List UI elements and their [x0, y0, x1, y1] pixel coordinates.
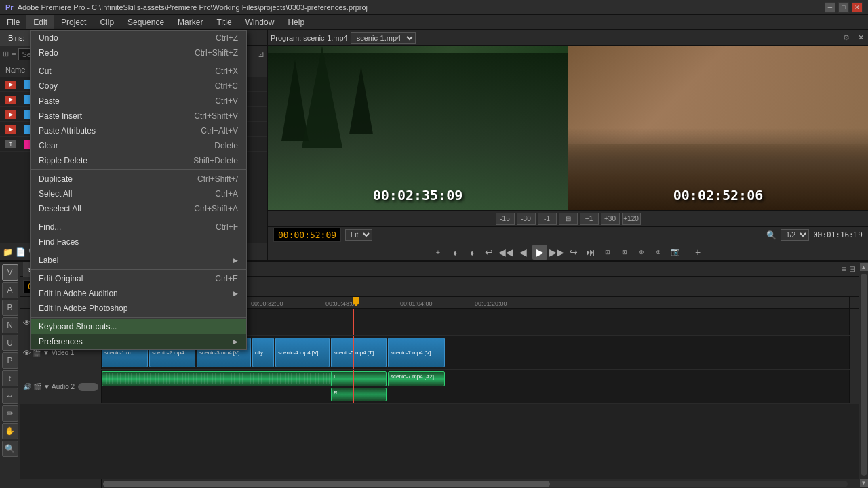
minimize-button[interactable]: ─ [825, 2, 835, 13]
menu-sequence[interactable]: Sequence [121, 15, 171, 29]
track-audio2-content[interactable]: L scenic-7.mp4 [A2] R [102, 370, 849, 403]
track-volume-slider[interactable] [78, 383, 98, 391]
menu-paste-attributes[interactable]: Paste Attributes Ctrl+Alt+V [31, 123, 246, 138]
panel-tab-bins[interactable]: Bins: [0, 30, 33, 46]
title-bar-buttons: ─ □ ✕ [825, 2, 863, 13]
vscroll-thumb[interactable] [861, 274, 867, 476]
menu-select-all[interactable]: Select All Ctrl+A [31, 186, 246, 201]
tool-zoom[interactable]: 🔍 [2, 441, 18, 457]
menu-label[interactable]: Label [31, 253, 246, 268]
tool-slide[interactable]: ↔ [2, 388, 18, 404]
tool-slip[interactable]: ↕ [2, 370, 18, 386]
program-zoom-icon[interactable]: 🔍 [766, 230, 776, 240]
menu-keyboard-shortcuts[interactable]: Keyboard Shortcuts... [31, 319, 246, 334]
clip-scenic7[interactable]: scenic-7.mp4 [V] [388, 338, 445, 367]
menu-clear[interactable]: Clear Delete [31, 138, 246, 153]
transport-lift[interactable]: ⊛ [634, 245, 649, 260]
menu-cut[interactable]: Cut Ctrl+X [31, 64, 246, 79]
trim-minus15[interactable]: -15 [496, 213, 515, 225]
menu-copy[interactable]: Copy Ctrl+C [31, 79, 246, 94]
menu-paste-insert[interactable]: Paste Insert Ctrl+Shift+V [31, 108, 246, 123]
transport-play[interactable]: ▶ [532, 245, 547, 260]
audio-clip-bottom[interactable] [102, 371, 351, 386]
transport-extract[interactable]: ⊗ [651, 245, 666, 260]
maximize-button[interactable]: □ [838, 2, 849, 13]
program-current-timecode[interactable]: 00:00:52:09 [273, 228, 341, 242]
menu-help[interactable]: Help [281, 15, 311, 29]
menu-preferences[interactable]: Preferences [31, 334, 246, 349]
tool-ripple-edit[interactable]: B [2, 300, 18, 316]
audio-clip-l[interactable]: L [331, 371, 387, 386]
trim-plus120[interactable]: +120 [622, 213, 641, 225]
program-monitor-dropdown[interactable]: scenic-1.mp4 [351, 32, 416, 44]
audio-clip-r[interactable]: R [331, 388, 387, 401]
transport-camera[interactable]: 📷 [668, 245, 683, 260]
trim-minus30[interactable]: -30 [517, 213, 536, 225]
menu-marker[interactable]: Marker [171, 15, 210, 29]
trim-minus1[interactable]: -1 [538, 213, 557, 225]
trim-plus1[interactable]: +1 [580, 213, 599, 225]
close-button[interactable]: ✕ [852, 2, 863, 13]
program-monitor-settings-icon[interactable]: ⚙ [839, 33, 854, 42]
transport-goto-out[interactable]: ⬧ [465, 245, 479, 260]
audio-clip-a2[interactable]: scenic-7.mp4 [A2] [388, 371, 445, 386]
timeline-vertical-scroll[interactable]: ▲ ▼ [859, 262, 868, 488]
track-lock-icon[interactable]: 🎬 [33, 349, 41, 357]
menu-edit[interactable]: Edit [26, 15, 54, 29]
timeline-horizontal-scroll[interactable] [103, 481, 848, 487]
transport-step-fwd[interactable]: ↪ [566, 245, 581, 260]
trim-view-icon[interactable]: ⊟ [559, 213, 578, 225]
scroll-thumb[interactable] [103, 481, 550, 487]
tool-rolling-edit[interactable]: N [2, 317, 18, 333]
vscroll-down-btn[interactable]: ▼ [860, 479, 868, 487]
transport-goto-in[interactable]: ⬧ [448, 245, 462, 260]
tool-hand[interactable]: ✋ [2, 423, 18, 439]
timeline-collapse-icon[interactable]: ⊟ [849, 264, 856, 274]
menu-undo[interactable]: Undo Ctrl+Z [31, 30, 246, 45]
trim-plus30[interactable]: +30 [601, 213, 620, 225]
panel-new-bin-icon[interactable]: 📁 [3, 247, 13, 257]
menu-ripple-delete[interactable]: Ripple Delete Shift+Delete [31, 153, 246, 168]
tool-pen[interactable]: ✏ [2, 405, 18, 422]
menu-file[interactable]: File [0, 15, 26, 29]
tool-razor[interactable]: P [2, 352, 18, 369]
menu-redo[interactable]: Redo Ctrl+Shift+Z [31, 45, 246, 60]
clip-scenic4[interactable]: scenic-4.mp4 [V] [275, 338, 330, 367]
transport-insert[interactable]: ⊡ [600, 245, 615, 260]
track-lock-icon[interactable]: 🎬 [33, 383, 41, 390]
transport-step-back[interactable]: ↩ [481, 245, 496, 260]
menu-edit-in-audition[interactable]: Edit in Adobe Audition [31, 286, 246, 301]
clip-clty[interactable]: clty [252, 338, 274, 367]
vscroll-up-btn[interactable]: ▲ [860, 263, 868, 271]
transport-add-marker[interactable]: + [431, 245, 446, 260]
menu-window[interactable]: Window [239, 15, 281, 29]
menu-paste[interactable]: Paste Ctrl+V [31, 94, 246, 108]
tool-select[interactable]: V [2, 264, 18, 281]
menu-deselect-all[interactable]: Deselect All Ctrl+Shift+A [31, 201, 246, 216]
video-icon: ▶ [5, 96, 16, 104]
clip-scenic5[interactable]: scenic-5.mp4 [T] [331, 338, 387, 367]
menu-title[interactable]: Title [210, 15, 238, 29]
transport-step-forward[interactable]: ▶▶ [549, 245, 564, 260]
program-monitor-label: Program: scenic-1.mp4 [268, 34, 351, 42]
menu-find-faces[interactable]: Find Faces [31, 235, 246, 249]
panel-new-item-icon[interactable]: 📄 [16, 247, 26, 257]
menu-find[interactable]: Find... Ctrl+F [31, 220, 246, 235]
timeline-settings-icon[interactable]: ≡ [842, 264, 846, 274]
transport-step-backward[interactable]: ◀ [515, 245, 530, 260]
tool-rate-stretch[interactable]: U [2, 335, 18, 351]
transport-add-right[interactable]: + [690, 245, 705, 260]
track-eye-icon[interactable]: 👁 [23, 349, 31, 357]
menu-duplicate[interactable]: Duplicate Ctrl+Shift+/ [31, 171, 246, 186]
menu-edit-original[interactable]: Edit Original Ctrl+E [31, 271, 246, 286]
menu-edit-in-photoshop[interactable]: Edit in Adobe Photoshop [31, 301, 246, 316]
program-quality-select[interactable]: 1/2 [781, 229, 809, 241]
transport-rewind[interactable]: ◀◀ [498, 245, 513, 260]
program-monitor-close[interactable]: ✕ [854, 33, 868, 42]
transport-goto-end[interactable]: ⏭ [583, 245, 598, 260]
program-zoom-select[interactable]: Fit [345, 229, 372, 241]
menu-project[interactable]: Project [54, 15, 93, 29]
tool-track-select[interactable]: A [2, 282, 18, 298]
transport-overwrite[interactable]: ⊠ [617, 245, 632, 260]
menu-clip[interactable]: Clip [93, 15, 121, 29]
